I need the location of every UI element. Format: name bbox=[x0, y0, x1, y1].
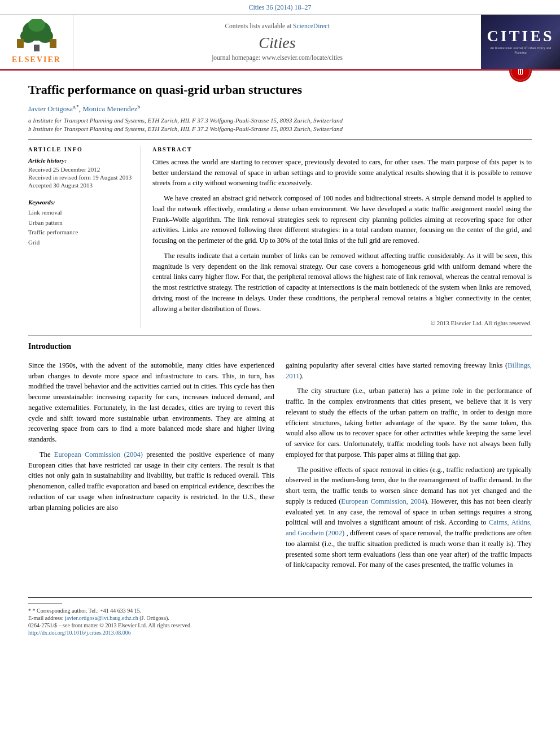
intro-col2-p3: The positive effects of space removal in… bbox=[286, 465, 532, 571]
intro-col2-p2: The city structure (i.e., urban pattern)… bbox=[286, 386, 532, 460]
svg-rect-0 bbox=[34, 45, 40, 51]
keyword-1: Link removal bbox=[28, 208, 132, 218]
main-content: CrossMark Traffic performance on quasi-g… bbox=[0, 71, 560, 586]
abstract-col: ABSTRACT Cities across the world are sta… bbox=[152, 146, 532, 328]
svg-rect-10 bbox=[519, 69, 520, 74]
abstract-p1: Cities across the world are starting to … bbox=[152, 157, 532, 189]
body-col-left: Since the 1950s, with the advent of the … bbox=[28, 360, 274, 575]
intro-p2: The European Commission (2004) presented… bbox=[28, 449, 274, 513]
elsevier-logo: ELSEVIER bbox=[12, 19, 61, 64]
intro-col2-p1: gaining popularity after several cities … bbox=[286, 360, 532, 382]
journal-citation-bar: Cities 36 (2014) 18–27 bbox=[0, 0, 560, 15]
page-footer: * * Corresponding author. Tel.: +41 44 6… bbox=[28, 597, 532, 639]
keywords-list: Link removal Urban pattern Traffic perfo… bbox=[28, 208, 132, 247]
section-divider-1 bbox=[28, 139, 532, 139]
keyword-3: Traffic performance bbox=[28, 228, 132, 238]
ec2004-link[interactable]: European Commission, 2004 bbox=[341, 497, 425, 505]
article-history-title: Article history: bbox=[28, 157, 132, 164]
doi-link[interactable]: http://dx.doi.org/10.1016/j.cities.2013.… bbox=[28, 630, 131, 636]
keyword-2: Urban pattern bbox=[28, 218, 132, 228]
svg-rect-5 bbox=[17, 39, 24, 48]
star-symbol: * bbox=[28, 608, 33, 614]
received-date-2: Received in revised form 19 August 2013 bbox=[28, 174, 132, 181]
elsevier-wordmark: ELSEVIER bbox=[12, 55, 61, 64]
author1-sup: a,* bbox=[73, 104, 79, 110]
body-columns: Since the 1950s, with the advent of the … bbox=[28, 360, 532, 575]
contents-available-text: Contents lists available at ScienceDirec… bbox=[225, 23, 329, 29]
abstract-heading: ABSTRACT bbox=[152, 146, 532, 152]
received-date-1: Received 25 December 2012 bbox=[28, 166, 132, 173]
author2-sup: b bbox=[137, 104, 140, 110]
article-info-col: ARTICLE INFO Article history: Received 2… bbox=[28, 146, 141, 328]
cities-journal-image: CITIES An International Journal of Urban… bbox=[481, 15, 560, 69]
email-link[interactable]: javier.ortigosa@ivt.baug.ethz.ch bbox=[65, 615, 138, 621]
email-suffix: (J. Ortigosa). bbox=[139, 615, 169, 621]
accepted-date: Accepted 30 August 2013 bbox=[28, 182, 132, 189]
abstract-p2: We have created an abstract grid network… bbox=[152, 193, 532, 246]
doi-line: http://dx.doi.org/10.1016/j.cities.2013.… bbox=[28, 630, 532, 636]
copyright-line: © 2013 Elsevier Ltd. All rights reserved… bbox=[152, 318, 532, 328]
section-divider-2 bbox=[28, 335, 532, 335]
intro-p2-suffix: presented the positive experience of man… bbox=[28, 451, 274, 512]
svg-rect-11 bbox=[521, 69, 522, 74]
journal-citation: Cities 36 (2014) 18–27 bbox=[249, 3, 312, 11]
article-columns: ARTICLE INFO Article history: Received 2… bbox=[28, 146, 532, 328]
issn-line: 0264-2751/$ – see front matter © 2013 El… bbox=[28, 622, 532, 628]
cities-logo-text: CITIES bbox=[487, 28, 554, 44]
elsevier-tree-icon bbox=[14, 19, 59, 53]
homepage-line: journal homepage: www.elsevier.com/locat… bbox=[212, 54, 343, 61]
elsevier-logo-section: ELSEVIER bbox=[0, 15, 73, 69]
body-col-right: gaining popularity after several cities … bbox=[286, 360, 532, 575]
journal-header: ELSEVIER Contents lists available at Sci… bbox=[0, 15, 560, 71]
affiliation-a: a Institute for Transport Planning and S… bbox=[28, 117, 532, 124]
author1-name[interactable]: Javier Ortigosa bbox=[28, 104, 73, 113]
intro-p2-prefix: The bbox=[40, 451, 50, 458]
abstract-text: Cities across the world are starting to … bbox=[152, 157, 532, 328]
journal-title: Cities bbox=[259, 34, 295, 52]
abstract-p3: The results indicate that a certain numb… bbox=[152, 251, 532, 314]
author2-name[interactable]: Monica Menendez bbox=[82, 104, 137, 113]
article-title: Traffic performance on quasi-grid urban … bbox=[28, 82, 532, 98]
email-label: E-mail address: bbox=[28, 615, 63, 621]
authors-line: Javier Ortigosaa,*, Monica Menendezb bbox=[28, 104, 532, 113]
sciencedirect-link[interactable]: ScienceDirect bbox=[293, 23, 330, 29]
intro-p2-link[interactable]: European Commission (2004) bbox=[54, 451, 143, 458]
affiliation-b: b Institute for Transport Planning and S… bbox=[28, 125, 532, 132]
star-footnote: * * Corresponding author. Tel.: +41 44 6… bbox=[28, 608, 532, 614]
keywords-title: Keywords: bbox=[28, 199, 132, 206]
article-info-heading: ARTICLE INFO bbox=[28, 146, 132, 152]
introduction-title: Introduction bbox=[28, 342, 532, 351]
email-footnote: E-mail address: javier.ortigosa@ivt.baug… bbox=[28, 615, 532, 621]
intro-p1: Since the 1950s, with the advent of the … bbox=[28, 360, 274, 445]
corresponding-author-note: * Corresponding author. Tel.: +41 44 633… bbox=[33, 608, 142, 614]
svg-rect-6 bbox=[50, 39, 56, 48]
keyword-4: Grid bbox=[28, 238, 132, 248]
footnote-divider bbox=[28, 604, 62, 604]
journal-info-center: Contents lists available at ScienceDirec… bbox=[73, 15, 481, 69]
cities-subtitle: An International Journal of Urban Policy… bbox=[485, 46, 555, 55]
